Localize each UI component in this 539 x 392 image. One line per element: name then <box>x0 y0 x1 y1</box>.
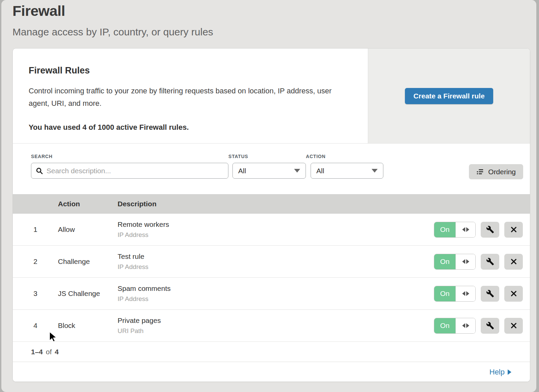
ordering-button[interactable]: Ordering <box>469 164 523 179</box>
create-firewall-rule-button[interactable]: Create a Firewall rule <box>405 88 493 104</box>
search-input[interactable] <box>46 167 224 175</box>
arrow-left-icon <box>462 227 465 232</box>
rule-action: Block <box>58 322 118 330</box>
rule-match-type: IP Address <box>118 231 434 239</box>
wrench-icon <box>486 258 494 266</box>
caret-right-icon <box>508 369 511 375</box>
status-filter: STATUS All <box>228 154 306 179</box>
arrow-right-icon <box>466 291 469 296</box>
toggle-handle[interactable] <box>455 318 475 333</box>
rule-priority: 1 <box>13 225 58 234</box>
table-row: 1 Allow Remote workers IP Address On <box>13 214 530 246</box>
close-icon <box>510 322 517 329</box>
status-select-value: All <box>238 167 246 175</box>
ordering-list-icon <box>476 168 484 176</box>
filter-bar: SEARCH STATUS All ACTION <box>13 144 530 194</box>
firewall-rules-hero: Firewall Rules Control incoming traffic … <box>13 49 530 144</box>
toggle-on-state[interactable]: On <box>434 222 455 237</box>
rule-action: Challenge <box>58 258 118 266</box>
ordering-button-label: Ordering <box>488 168 516 176</box>
arrow-left-icon <box>462 259 465 264</box>
close-icon <box>510 258 517 265</box>
page-header: Firewall Manage access by IP, country, o… <box>1 0 536 38</box>
toggle-on-state[interactable]: On <box>434 254 455 269</box>
rule-description-cell: Remote workers IP Address <box>118 220 434 239</box>
rule-match-type: IP Address <box>118 295 434 303</box>
hero-heading: Firewall Rules <box>29 65 348 76</box>
edit-rule-button[interactable] <box>481 286 499 302</box>
rule-enabled-toggle[interactable]: On <box>434 286 476 302</box>
search-filter: SEARCH <box>31 154 228 179</box>
description-column-header: Description <box>118 200 530 208</box>
pagination-range: 1–4 <box>31 348 43 356</box>
arrow-right-icon <box>466 227 469 232</box>
action-column-header: Action <box>58 200 118 208</box>
pagination-of: of <box>46 348 52 356</box>
search-box[interactable] <box>31 163 228 179</box>
rule-enabled-toggle[interactable]: On <box>434 318 476 334</box>
delete-rule-button[interactable] <box>504 286 523 302</box>
table-row: 2 Challenge Test rule IP Address On <box>13 246 530 278</box>
rule-description-cell: Private pages URI Path <box>118 316 434 335</box>
rule-controls: On <box>434 318 530 334</box>
rule-description-cell: Spam comments IP Address <box>118 284 434 303</box>
delete-rule-button[interactable] <box>504 222 523 238</box>
delete-rule-button[interactable] <box>504 254 523 270</box>
help-link-label: Help <box>489 368 505 376</box>
close-icon <box>510 290 517 297</box>
table-header: Action Description <box>13 194 530 214</box>
table-row: 4 Block Private pages URI Path On <box>13 310 530 342</box>
action-filter: ACTION All <box>306 154 383 179</box>
firewall-rules-card: Firewall Rules Control incoming traffic … <box>12 48 530 382</box>
help-link[interactable]: Help <box>489 368 511 376</box>
chevron-down-icon <box>294 169 300 173</box>
rule-controls: On <box>434 222 530 238</box>
toggle-handle[interactable] <box>455 254 475 269</box>
table-row: 3 JS Challenge Spam comments IP Address … <box>13 278 530 310</box>
toggle-handle[interactable] <box>455 286 475 301</box>
pagination: 1–4 of 4 <box>13 342 530 362</box>
rule-controls: On <box>434 254 530 270</box>
rule-priority: 2 <box>13 258 58 266</box>
rule-description: Spam comments <box>118 284 434 293</box>
status-label: STATUS <box>228 154 306 159</box>
rule-enabled-toggle[interactable]: On <box>434 254 476 270</box>
edit-rule-button[interactable] <box>481 222 499 238</box>
hero-text-panel: Firewall Rules Control incoming traffic … <box>13 49 368 143</box>
rule-controls: On <box>434 286 530 302</box>
chevron-down-icon <box>372 169 378 173</box>
wrench-icon <box>486 322 494 330</box>
page-subtitle: Manage access by IP, country, or query r… <box>12 26 536 38</box>
delete-rule-button[interactable] <box>504 318 523 334</box>
rule-description-cell: Test rule IP Address <box>118 252 434 271</box>
rule-action: Allow <box>58 225 118 234</box>
action-select[interactable]: All <box>311 163 383 179</box>
page-title: Firewall <box>12 3 536 19</box>
action-select-value: All <box>316 167 324 175</box>
toggle-handle[interactable] <box>455 222 475 237</box>
hero-action-panel: Create a Firewall rule <box>368 49 530 143</box>
rule-priority: 3 <box>13 290 58 298</box>
rule-description: Private pages <box>118 316 434 325</box>
rule-description: Remote workers <box>118 220 434 229</box>
arrow-left-icon <box>462 323 465 328</box>
hero-description: Control incoming traffic to your zone by… <box>29 85 348 110</box>
arrow-right-icon <box>466 259 469 264</box>
firewall-page: Firewall Manage access by IP, country, o… <box>1 0 536 392</box>
rule-enabled-toggle[interactable]: On <box>434 222 476 238</box>
edit-rule-button[interactable] <box>481 318 499 334</box>
status-select[interactable]: All <box>232 163 306 179</box>
rules-usage-summary: You have used 4 of 1000 active Firewall … <box>29 123 348 132</box>
rule-action: JS Challenge <box>58 290 118 298</box>
toggle-on-state[interactable]: On <box>434 286 455 301</box>
rule-priority: 4 <box>13 322 58 330</box>
card-footer: Help <box>13 362 530 382</box>
close-icon <box>510 226 517 233</box>
edit-rule-button[interactable] <box>481 254 499 270</box>
rule-description: Test rule <box>118 252 434 261</box>
rule-match-type: IP Address <box>118 263 434 271</box>
toggle-on-state[interactable]: On <box>434 318 455 333</box>
rule-match-type: URI Path <box>118 327 434 335</box>
arrow-right-icon <box>466 323 469 328</box>
wrench-icon <box>486 225 494 234</box>
